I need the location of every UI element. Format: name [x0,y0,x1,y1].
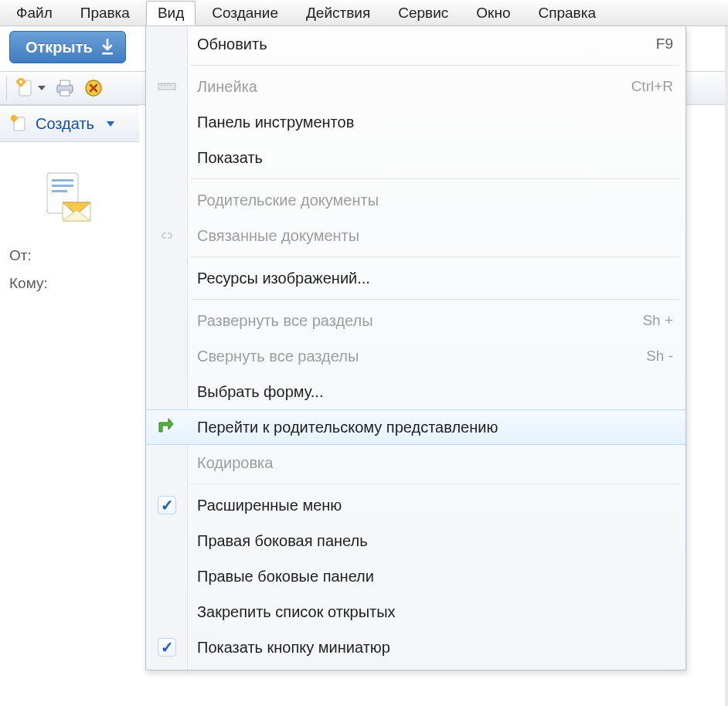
menu-window[interactable]: Окно [464,1,522,25]
label: Развернуть все разделы [197,312,373,330]
menu-bar: Файл Правка Вид Создание Действия Сервис… [0,0,728,26]
menu-item-linked-docs: Связанные документы [146,218,685,253]
menu-item-select-form[interactable]: Выбрать форму... [146,374,685,409]
download-arrow-icon [100,39,114,56]
svg-rect-5 [60,80,70,86]
label: Ресурсы изображений... [197,270,370,287]
right-edge [725,26,728,706]
open-button[interactable]: Открыть [9,31,126,63]
shortcut: Sh - [646,348,685,365]
chevron-down-icon [38,86,46,90]
menu-item-right-panels[interactable]: Правые боковые панели [146,558,685,594]
label: Кодировка [197,454,273,472]
menu-edit[interactable]: Правка [69,1,141,25]
label: Правая боковая панель [197,532,368,550]
separator [191,256,679,257]
view-dropdown: Обновить F9 Линейка Ctrl+R Панель инстру… [145,26,686,670]
new-doc-button[interactable] [16,78,46,98]
label: Обновить [197,36,267,53]
menu-file[interactable]: Файл [5,1,64,25]
check-icon: ✓ [155,638,179,657]
svg-rect-13 [52,190,67,192]
menu-item-right-panel[interactable]: Правая боковая панель [146,523,685,558]
label: Правые боковые панели [197,568,374,586]
menu-actions[interactable]: Действия [294,1,382,25]
menu-item-image-resources[interactable]: Ресурсы изображений... [146,260,685,296]
separator [191,484,679,484]
to-label: Кому: [9,275,48,292]
label: Связанные документы [197,227,359,245]
label: Свернуть все разделы [197,348,359,365]
svg-point-3 [19,80,22,83]
label: Закрепить список открытых [197,603,396,621]
menu-tools[interactable]: Сервис [386,1,460,25]
menu-item-expand-all: Развернуть все разделы Sh + [146,303,685,338]
label: Выбрать форму... [197,383,323,401]
shortcut: Ctrl+R [631,78,685,95]
shortcut: F9 [656,36,685,53]
svg-rect-12 [52,185,73,187]
menu-item-encoding: Кодировка [146,445,685,480]
separator [191,299,679,300]
stop-button[interactable] [84,79,103,97]
label: Показать кнопку миниатюр [197,639,390,657]
svg-rect-11 [52,179,73,182]
parent-view-arrow-icon [155,418,179,436]
create-button[interactable]: Создать [0,105,139,142]
separator [191,178,679,179]
svg-rect-17 [158,83,175,90]
menu-help[interactable]: Справка [526,1,607,25]
label: Расширенные меню [197,497,342,514]
menu-item-go-parent-view[interactable]: Перейти к родительскому представлению [146,409,685,445]
message-fields: От: Кому: [0,247,139,292]
label: Панель инструментов [197,114,354,131]
menu-item-refresh[interactable]: Обновить F9 [146,26,685,62]
separator [191,65,679,66]
print-button[interactable] [55,79,75,97]
menu-item-extended-menus[interactable]: ✓ Расширенные меню [146,487,685,523]
menu-item-show-thumb-button[interactable]: ✓ Показать кнопку миниатюр [146,630,685,665]
menu-item-ruler: Линейка Ctrl+R [146,69,685,104]
document-mail-icon [0,142,139,236]
menu-item-show[interactable]: Показать [146,140,685,175]
new-star-icon [11,115,28,132]
separator [6,76,7,100]
label: Родительские документы [197,192,379,209]
label: Показать [197,149,263,167]
chevron-down-icon [107,121,114,127]
shortcut: Sh + [642,312,685,329]
menu-create[interactable]: Создание [200,1,290,25]
ruler-icon [155,80,179,93]
link-icon [155,229,179,243]
menu-item-pin-open-list[interactable]: Закрепить список открытых [146,594,685,630]
label: Линейка [197,78,257,96]
create-label: Создать [36,115,94,133]
from-label: От: [9,247,32,264]
check-icon: ✓ [155,496,179,514]
menu-item-collapse-all: Свернуть все разделы Sh - [146,338,685,374]
open-button-label: Открыть [26,39,93,56]
label: Перейти к родительскому представлению [197,419,498,436]
side-panel: Создать От: Кому: [0,105,139,706]
menu-item-parent-docs: Родительские документы [146,182,685,218]
menu-view[interactable]: Вид [146,1,196,25]
svg-rect-0 [102,53,113,55]
svg-rect-6 [60,90,70,96]
menu-item-toolbars[interactable]: Панель инструментов [146,104,685,140]
